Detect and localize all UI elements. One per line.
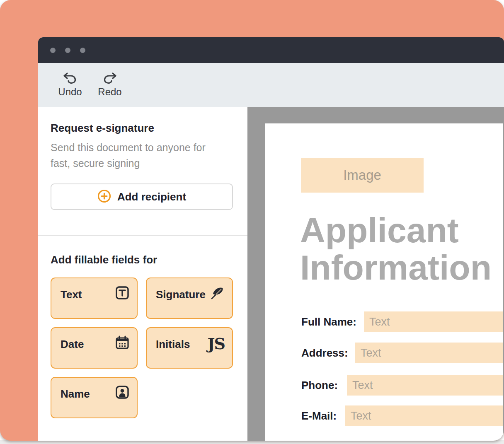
form-row-address: Address: Text — [265, 343, 503, 363]
field-button-date[interactable]: Date — [51, 327, 138, 369]
window-content: Request e-signature Send this document t… — [38, 107, 504, 441]
field-button-text[interactable]: Text — [51, 278, 138, 319]
calendar-icon — [115, 335, 129, 351]
add-recipient-button[interactable]: Add recipient — [51, 183, 233, 210]
form-label: Phone: — [301, 375, 338, 396]
image-placeholder-field[interactable]: Image — [301, 158, 424, 193]
name-badge-icon — [115, 385, 129, 401]
window-titlebar — [38, 37, 504, 63]
field-placeholder: Text — [352, 379, 373, 392]
form-row-full-name: Full Name: Text — [265, 311, 503, 332]
field-placeholder: Text — [361, 347, 381, 360]
field-button-label: Initials — [156, 338, 190, 351]
sidebar-divider — [38, 235, 247, 236]
full-name-field[interactable]: Text — [364, 311, 503, 332]
form-label: Full Name: — [301, 311, 356, 332]
redo-button[interactable]: Redo — [97, 72, 123, 98]
address-field[interactable]: Text — [355, 343, 503, 363]
field-button-label: Date — [61, 338, 84, 351]
field-placeholder: Text — [369, 316, 390, 328]
esign-section-description: Send this document to anyone for fast, s… — [51, 140, 225, 171]
app-window: Undo Redo Request e-signature — [38, 37, 504, 441]
redo-label: Redo — [98, 86, 121, 98]
add-recipient-label: Add recipient — [117, 191, 186, 203]
esign-section-title: Request e-signature — [51, 122, 154, 135]
initials-monogram: JS — [208, 335, 225, 352]
field-placeholder: Text — [351, 410, 371, 422]
undo-button[interactable]: Undo — [57, 72, 83, 98]
field-button-label: Text — [61, 288, 82, 301]
field-button-label: Name — [61, 388, 90, 401]
field-button-signature[interactable]: Signature — [146, 278, 233, 319]
field-button-initials[interactable]: Initials JS — [146, 327, 233, 369]
signature-feather-icon — [210, 286, 225, 302]
fillable-fields-title: Add fillable fields for — [51, 253, 157, 266]
field-button-name[interactable]: Name — [51, 377, 138, 418]
form-row-email: E-Mail: Text — [265, 405, 503, 426]
form-label: Address: — [301, 343, 348, 363]
image-placeholder-label: Image — [343, 167, 381, 183]
document-heading-line1: Applicant — [300, 212, 492, 249]
screenshot-canvas: Undo Redo Request e-signature — [0, 0, 504, 444]
fillable-fields-grid: Text Signature — [51, 278, 233, 418]
text-field-icon — [115, 286, 129, 302]
document-heading: Applicant Information — [300, 212, 492, 286]
form-label: E-Mail: — [301, 405, 337, 426]
window-control-dot[interactable] — [50, 48, 56, 53]
window-control-dot[interactable] — [80, 48, 85, 53]
undo-icon — [63, 72, 77, 84]
salmon-frame: Undo Redo Request e-signature — [0, 0, 504, 441]
document-heading-line2: Information — [300, 249, 492, 286]
form-row-phone: Phone: Text — [265, 375, 503, 396]
document-page: Image Applicant Information Full Name: T… — [265, 123, 503, 441]
redo-icon — [103, 72, 117, 84]
plus-circle-icon — [97, 189, 111, 205]
field-button-label: Signature — [156, 288, 206, 301]
undo-label: Undo — [58, 86, 82, 98]
phone-field[interactable]: Text — [347, 375, 503, 396]
sidebar: Request e-signature Send this document t… — [38, 107, 247, 441]
document-viewer: Image Applicant Information Full Name: T… — [247, 107, 504, 441]
email-field[interactable]: Text — [345, 405, 503, 426]
window-control-dot[interactable] — [65, 48, 70, 53]
toolbar: Undo Redo — [38, 63, 504, 107]
